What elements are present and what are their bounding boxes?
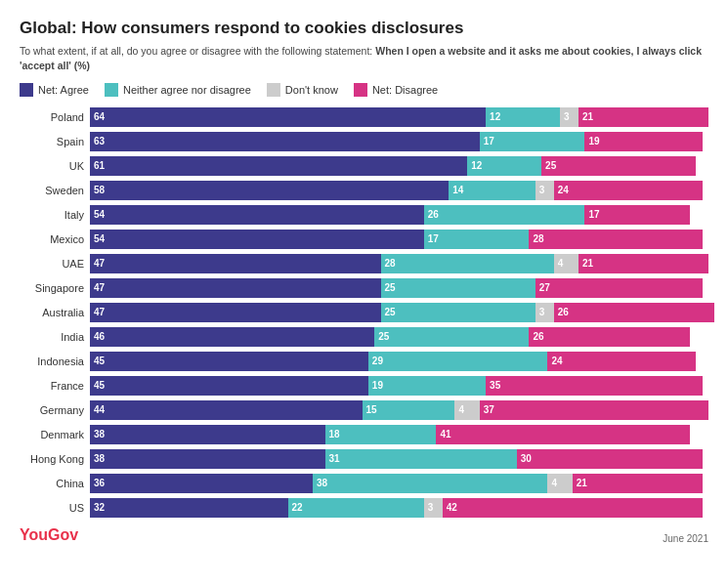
row-label: Spain bbox=[20, 136, 90, 147]
row-label: India bbox=[20, 331, 90, 343]
legend-item-dontknow: Don't know bbox=[267, 83, 338, 97]
seg-disagree: 26 bbox=[529, 327, 690, 347]
seg-agree: 54 bbox=[90, 230, 424, 249]
chart-row: Spain631719 bbox=[20, 131, 708, 152]
legend-swatch-dontknow bbox=[267, 83, 280, 97]
chart-row: Germany4415437 bbox=[20, 399, 708, 421]
bar-container: 5814324 bbox=[90, 181, 708, 200]
seg-disagree: 26 bbox=[554, 303, 715, 322]
seg-disagree: 21 bbox=[578, 107, 708, 127]
row-label: UK bbox=[20, 160, 90, 172]
legend-item-neither: Neither agree nor disagree bbox=[105, 83, 251, 97]
row-label: Poland bbox=[20, 111, 90, 123]
row-label: Australia bbox=[20, 307, 90, 318]
chart-row: Italy542617 bbox=[20, 204, 708, 226]
footer: YouGov June 2021 bbox=[20, 526, 708, 544]
seg-agree: 38 bbox=[90, 449, 325, 469]
seg-agree: 45 bbox=[90, 376, 368, 396]
row-label: Germany bbox=[20, 404, 90, 416]
seg-agree: 54 bbox=[90, 205, 424, 225]
seg-neither: 12 bbox=[486, 107, 560, 127]
chart-row: India462526 bbox=[20, 326, 708, 348]
seg-agree: 44 bbox=[90, 400, 363, 420]
row-label: Denmark bbox=[20, 429, 90, 440]
seg-agree: 61 bbox=[90, 156, 467, 176]
seg-agree: 36 bbox=[90, 474, 313, 493]
bar-container: 472527 bbox=[90, 278, 708, 298]
chart-row: Mexico541728 bbox=[20, 229, 708, 250]
row-label: Sweden bbox=[20, 185, 90, 196]
chart-row: France451935 bbox=[20, 375, 708, 397]
seg-neither: 17 bbox=[424, 230, 530, 249]
bar-container: 4728421 bbox=[90, 254, 708, 273]
seg-dontknow: 4 bbox=[454, 400, 479, 420]
chart-row: Singapore472527 bbox=[20, 277, 708, 299]
bar-container: 451935 bbox=[90, 376, 708, 396]
row-label: Hong Kong bbox=[20, 453, 90, 465]
bar-container: 3638421 bbox=[90, 474, 708, 493]
seg-neither: 25 bbox=[374, 327, 529, 347]
legend-label-disagree: Net: Disagree bbox=[372, 84, 438, 96]
seg-disagree: 24 bbox=[554, 181, 703, 200]
seg-neither: 14 bbox=[449, 181, 535, 200]
seg-agree: 38 bbox=[90, 425, 325, 444]
chart-row: Indonesia452924 bbox=[20, 351, 708, 372]
legend-label-dontknow: Don't know bbox=[285, 84, 338, 96]
chart-row: Denmark381841 bbox=[20, 424, 708, 445]
row-label: China bbox=[20, 478, 90, 489]
seg-neither: 31 bbox=[325, 449, 517, 469]
legend-item-agree: Net: Agree bbox=[20, 83, 89, 97]
bar-container: 462526 bbox=[90, 327, 708, 347]
bar-container: 381841 bbox=[90, 425, 708, 444]
bar-container: 611225 bbox=[90, 156, 708, 176]
seg-agree: 63 bbox=[90, 132, 480, 151]
seg-neither: 28 bbox=[381, 254, 554, 273]
legend-swatch-neither bbox=[105, 83, 118, 97]
seg-disagree: 24 bbox=[547, 352, 696, 371]
seg-disagree: 37 bbox=[480, 400, 708, 420]
seg-neither: 22 bbox=[288, 498, 424, 518]
legend-item-disagree: Net: Disagree bbox=[354, 83, 438, 97]
seg-agree: 47 bbox=[90, 254, 381, 273]
seg-agree: 45 bbox=[90, 352, 368, 371]
brand-logo: YouGov bbox=[20, 526, 78, 544]
seg-dontknow: 3 bbox=[424, 498, 443, 518]
bar-container: 452924 bbox=[90, 352, 708, 371]
seg-disagree: 25 bbox=[541, 156, 696, 176]
row-label: France bbox=[20, 380, 90, 392]
row-label: US bbox=[20, 502, 90, 514]
seg-disagree: 17 bbox=[584, 205, 690, 225]
seg-disagree: 42 bbox=[443, 498, 703, 518]
seg-disagree: 21 bbox=[578, 254, 708, 273]
seg-disagree: 35 bbox=[486, 376, 703, 396]
seg-agree: 47 bbox=[90, 278, 381, 298]
seg-disagree: 21 bbox=[573, 474, 703, 493]
seg-agree: 58 bbox=[90, 181, 449, 200]
seg-disagree: 41 bbox=[436, 425, 690, 444]
row-label: Italy bbox=[20, 209, 90, 221]
seg-neither: 19 bbox=[368, 376, 486, 396]
seg-neither: 25 bbox=[381, 303, 535, 322]
legend-label-neither: Neither agree nor disagree bbox=[123, 84, 251, 96]
chart-row: China3638421 bbox=[20, 473, 708, 494]
seg-neither: 25 bbox=[381, 278, 535, 298]
seg-dontknow: 3 bbox=[535, 181, 554, 200]
seg-neither: 17 bbox=[480, 132, 585, 151]
seg-neither: 38 bbox=[313, 474, 548, 493]
chart-row: Hong Kong383130 bbox=[20, 448, 708, 470]
bar-container: 631719 bbox=[90, 132, 708, 151]
row-label: Singapore bbox=[20, 282, 90, 294]
seg-agree: 32 bbox=[90, 498, 288, 518]
row-label: Mexico bbox=[20, 233, 90, 245]
legend-swatch-agree bbox=[20, 83, 33, 97]
chart-row: Sweden5814324 bbox=[20, 180, 708, 201]
row-label: UAE bbox=[20, 258, 90, 270]
seg-agree: 64 bbox=[90, 107, 486, 127]
seg-dontknow: 3 bbox=[535, 303, 554, 322]
chart-subtitle: To what extent, if at all, do you agree … bbox=[20, 44, 708, 72]
legend-label-agree: Net: Agree bbox=[38, 84, 89, 96]
seg-dontknow: 4 bbox=[547, 474, 572, 493]
seg-neither: 29 bbox=[368, 352, 548, 371]
bar-container: 6412321 bbox=[90, 107, 708, 127]
seg-disagree: 27 bbox=[535, 278, 703, 298]
